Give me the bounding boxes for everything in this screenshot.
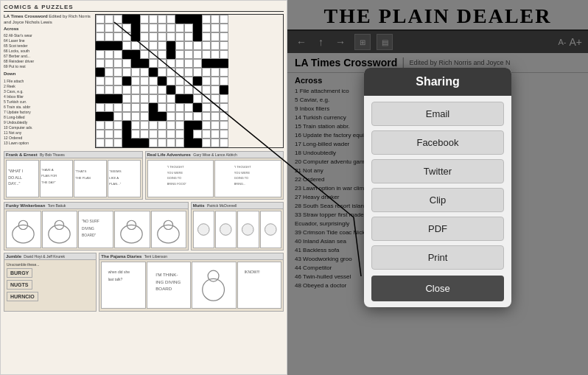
grid-cell	[184, 94, 193, 103]
grid-cell	[193, 77, 202, 85]
grid-cell	[184, 112, 193, 121]
grid-cell	[113, 41, 122, 50]
panel-4: IKNOW!!!	[237, 262, 281, 309]
panel-3	[237, 211, 259, 248]
grid-cell	[140, 32, 149, 41]
grid-cell	[193, 94, 202, 103]
grid-cell	[149, 59, 158, 68]
panel-2: I'M THINK-ING DIVINGBOARD	[147, 262, 191, 309]
grid-cell	[202, 15, 211, 24]
grid-cell	[167, 85, 175, 94]
grid-cell	[131, 121, 140, 130]
grid-cell	[167, 139, 175, 147]
grid-cell	[202, 112, 211, 121]
grid-cell	[149, 103, 158, 112]
grid-cell	[131, 32, 140, 41]
svg-point-26	[121, 225, 142, 243]
panel-1: "I THOUGHTYOU WEREGOING TOBRING FOOD"	[147, 160, 214, 197]
grid-cell	[122, 121, 131, 130]
grid-cell	[220, 41, 228, 50]
grid-cell	[105, 94, 113, 103]
panel-2: "I THOUGHTYOU WEREGOING TOBRING...	[214, 160, 281, 197]
grid-cell	[220, 121, 228, 130]
grid-cell	[175, 32, 184, 41]
svg-point-33	[265, 224, 276, 236]
grid-cell	[175, 121, 184, 130]
grid-cell	[131, 59, 140, 68]
grid-cell	[105, 121, 113, 130]
grid-cell	[193, 50, 202, 59]
grid-cell	[193, 59, 202, 68]
grid-cell	[122, 103, 131, 112]
grid-cell	[140, 121, 149, 130]
grid-cell	[202, 24, 211, 32]
grid-cell	[105, 59, 113, 68]
grid-cell	[149, 68, 158, 77]
svg-text:GOING TO: GOING TO	[167, 176, 181, 180]
svg-point-40	[208, 270, 219, 281]
pdf-share-button[interactable]: PDF	[371, 217, 504, 241]
real-life-panels: "I THOUGHTYOU WEREGOING TOBRING FOOD" "I…	[146, 158, 284, 199]
grid-cell	[193, 130, 202, 139]
across-clues-list: 62 All-Star's wear 64 Laser line 65 Scot…	[4, 33, 92, 69]
comic-row-1: Frank & Ernest By Bob Thaves "WHAT IDO A…	[4, 151, 284, 200]
grid-cell	[96, 85, 105, 94]
svg-text:THE PLAN: THE PLAN	[75, 176, 91, 180]
grid-cell	[202, 94, 211, 103]
grid-cell	[202, 50, 211, 59]
panel-1: when did shelast talk?	[101, 262, 145, 309]
clip-share-button[interactable]: Clip	[371, 188, 504, 212]
grid-cell	[113, 130, 122, 139]
panel-1	[6, 211, 41, 248]
grid-cell	[122, 24, 131, 32]
across-label: Across	[4, 27, 92, 32]
grid-cell	[140, 24, 149, 32]
comics-puzzles-page: COMICS & PUZZLES LA Times Crossword Edit…	[1, 1, 287, 374]
grid-cell	[158, 103, 167, 112]
grid-cell	[202, 103, 211, 112]
grid-cell	[220, 112, 228, 121]
panel-4: "SEEMSLIKE APLAN..."	[108, 160, 141, 197]
sharing-overlay: Sharing Email Facebook Twitter Clip PDF …	[287, 0, 588, 375]
svg-text:last talk?: last talk?	[108, 278, 123, 281]
jumble-content: Unscramble these... BURGY NUGTS HURNCIO	[4, 260, 96, 304]
grid-cell	[149, 32, 158, 41]
print-share-button[interactable]: Print	[371, 245, 504, 270]
panel-1: "WHAT IDO ALLDAY..."	[6, 160, 39, 197]
grid-cell	[167, 50, 175, 59]
grid-cell	[105, 112, 113, 121]
panel-2: "HAVE APLAN FORTHE DAY"	[40, 160, 73, 197]
left-panel: COMICS & PUZZLES LA Times Crossword Edit…	[0, 0, 287, 375]
grid-cell	[96, 139, 105, 147]
grid-cell	[131, 130, 140, 139]
grid-cell	[175, 77, 184, 85]
panel-1	[193, 211, 214, 248]
grid-cell	[96, 112, 105, 121]
grid-cell	[211, 68, 220, 77]
twitter-share-button[interactable]: Twitter	[371, 159, 504, 183]
svg-text:DAY...": DAY..."	[8, 181, 20, 186]
grid-cell	[175, 94, 184, 103]
svg-text:BRING FOOD": BRING FOOD"	[167, 182, 186, 186]
grid-cell	[167, 68, 175, 77]
grid-cell	[105, 32, 113, 41]
grid-cell	[149, 15, 158, 24]
grid-cell	[167, 121, 175, 130]
grid-cell	[211, 94, 220, 103]
grid-cell	[122, 85, 131, 94]
panel-4	[114, 211, 150, 248]
email-share-button[interactable]: Email	[371, 102, 504, 126]
grid-cell	[184, 103, 193, 112]
facebook-share-button[interactable]: Facebook	[371, 130, 504, 155]
svg-text:"I THOUGHT: "I THOUGHT	[234, 165, 251, 169]
grid-cell	[184, 139, 193, 147]
grid-cell	[184, 32, 193, 41]
grid-cell	[140, 41, 149, 50]
grid-cell	[122, 68, 131, 77]
reader-content: THE PLAIN DEALER ← ↑ → ⊞ ▤ A- A+ LA Time…	[287, 0, 588, 375]
svg-text:THE DAY": THE DAY"	[41, 181, 56, 184]
close-modal-button[interactable]: Close	[371, 276, 504, 301]
grid-cell	[122, 130, 131, 139]
grid-cell	[96, 59, 105, 68]
grid-cell	[149, 41, 158, 50]
